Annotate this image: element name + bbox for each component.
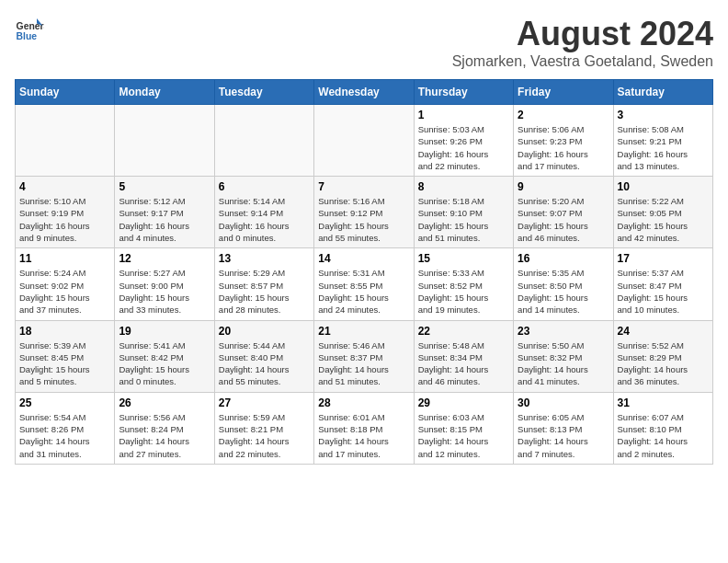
day-number: 6 [219,180,310,193]
day-number: 8 [418,180,509,193]
day-info: Sunrise: 5:03 AMSunset: 9:26 PMDaylight:… [418,123,509,172]
day-info: Sunrise: 6:03 AMSunset: 8:15 PMDaylight:… [418,411,509,460]
day-cell: 9Sunrise: 5:20 AMSunset: 9:07 PMDaylight… [514,177,613,248]
day-info: Sunrise: 5:56 AMSunset: 8:24 PMDaylight:… [119,411,210,460]
day-cell: 24Sunrise: 5:52 AMSunset: 8:29 PMDayligh… [613,320,712,392]
week-row-1: 1Sunrise: 5:03 AMSunset: 9:26 PMDaylight… [16,105,713,177]
day-info: Sunrise: 5:16 AMSunset: 9:12 PMDaylight:… [318,195,409,244]
day-cell: 13Sunrise: 5:29 AMSunset: 8:57 PMDayligh… [214,248,313,320]
day-number: 7 [318,180,409,193]
col-header-tuesday: Tuesday [214,80,313,105]
day-cell [314,105,414,177]
day-info: Sunrise: 5:50 AMSunset: 8:32 PMDaylight:… [518,339,609,388]
day-info: Sunrise: 5:22 AMSunset: 9:05 PMDaylight:… [618,195,709,244]
day-info: Sunrise: 5:52 AMSunset: 8:29 PMDaylight:… [618,339,709,388]
day-number: 20 [219,325,310,338]
day-info: Sunrise: 6:01 AMSunset: 8:18 PMDaylight:… [318,411,409,460]
day-number: 24 [618,325,709,338]
day-number: 4 [19,180,110,193]
week-row-2: 4Sunrise: 5:10 AMSunset: 9:19 PMDaylight… [16,177,713,248]
main-title: August 2024 [452,15,713,53]
day-number: 23 [518,325,609,338]
calendar-header: SundayMondayTuesdayWednesdayThursdayFrid… [16,80,713,105]
day-cell: 19Sunrise: 5:41 AMSunset: 8:42 PMDayligh… [115,320,214,392]
day-info: Sunrise: 5:48 AMSunset: 8:34 PMDaylight:… [418,339,509,388]
subtitle: Sjomarken, Vaestra Goetaland, Sweden [452,53,713,70]
day-info: Sunrise: 5:54 AMSunset: 8:26 PMDaylight:… [19,411,110,460]
day-info: Sunrise: 5:29 AMSunset: 8:57 PMDaylight:… [219,267,310,316]
col-header-friday: Friday [514,80,613,105]
calendar-table: SundayMondayTuesdayWednesdayThursdayFrid… [15,79,713,465]
day-cell: 2Sunrise: 5:06 AMSunset: 9:23 PMDaylight… [514,105,613,177]
day-cell: 3Sunrise: 5:08 AMSunset: 9:21 PMDaylight… [613,105,712,177]
day-cell: 7Sunrise: 5:16 AMSunset: 9:12 PMDaylight… [314,177,414,248]
day-info: Sunrise: 5:39 AMSunset: 8:45 PMDaylight:… [19,339,110,388]
day-info: Sunrise: 5:44 AMSunset: 8:40 PMDaylight:… [219,339,310,388]
day-info: Sunrise: 5:20 AMSunset: 9:07 PMDaylight:… [518,195,609,244]
day-cell: 6Sunrise: 5:14 AMSunset: 9:14 PMDaylight… [214,177,313,248]
day-number: 28 [318,396,409,409]
day-cell: 8Sunrise: 5:18 AMSunset: 9:10 PMDaylight… [414,177,513,248]
logo: General Blue [15,15,44,44]
day-cell: 15Sunrise: 5:33 AMSunset: 8:52 PMDayligh… [414,248,513,320]
day-info: Sunrise: 5:08 AMSunset: 9:21 PMDaylight:… [618,123,709,172]
day-cell: 28Sunrise: 6:01 AMSunset: 8:18 PMDayligh… [314,392,414,464]
day-number: 14 [318,252,409,265]
day-info: Sunrise: 5:27 AMSunset: 9:00 PMDaylight:… [119,267,210,316]
day-cell: 12Sunrise: 5:27 AMSunset: 9:00 PMDayligh… [115,248,214,320]
day-info: Sunrise: 6:05 AMSunset: 8:13 PMDaylight:… [518,411,609,460]
day-number: 31 [618,396,709,409]
col-header-sunday: Sunday [16,80,115,105]
day-cell: 11Sunrise: 5:24 AMSunset: 9:02 PMDayligh… [16,248,115,320]
day-number: 10 [618,180,709,193]
day-cell: 17Sunrise: 5:37 AMSunset: 8:47 PMDayligh… [613,248,712,320]
day-number: 17 [618,252,709,265]
day-number: 26 [119,396,210,409]
day-cell: 29Sunrise: 6:03 AMSunset: 8:15 PMDayligh… [414,392,513,464]
page-header: General Blue August 2024 Sjomarken, Vaes… [15,15,713,70]
day-number: 18 [19,325,110,338]
day-info: Sunrise: 5:14 AMSunset: 9:14 PMDaylight:… [219,195,310,244]
day-info: Sunrise: 5:33 AMSunset: 8:52 PMDaylight:… [418,267,509,316]
day-info: Sunrise: 5:24 AMSunset: 9:02 PMDaylight:… [19,267,110,316]
day-cell [115,105,214,177]
day-info: Sunrise: 5:06 AMSunset: 9:23 PMDaylight:… [518,123,609,172]
day-info: Sunrise: 5:18 AMSunset: 9:10 PMDaylight:… [418,195,509,244]
title-area: August 2024 Sjomarken, Vaestra Goetaland… [452,15,713,70]
day-cell: 1Sunrise: 5:03 AMSunset: 9:26 PMDaylight… [414,105,513,177]
day-cell: 4Sunrise: 5:10 AMSunset: 9:19 PMDaylight… [16,177,115,248]
day-number: 21 [318,325,409,338]
day-info: Sunrise: 5:37 AMSunset: 8:47 PMDaylight:… [618,267,709,316]
header-row: SundayMondayTuesdayWednesdayThursdayFrid… [16,80,713,105]
week-row-3: 11Sunrise: 5:24 AMSunset: 9:02 PMDayligh… [16,248,713,320]
day-cell [214,105,313,177]
day-cell: 23Sunrise: 5:50 AMSunset: 8:32 PMDayligh… [514,320,613,392]
day-cell: 25Sunrise: 5:54 AMSunset: 8:26 PMDayligh… [16,392,115,464]
day-cell: 30Sunrise: 6:05 AMSunset: 8:13 PMDayligh… [514,392,613,464]
day-number: 12 [119,252,210,265]
logo-icon: General Blue [15,15,44,44]
col-header-thursday: Thursday [414,80,513,105]
day-cell: 27Sunrise: 5:59 AMSunset: 8:21 PMDayligh… [214,392,313,464]
day-number: 22 [418,325,509,338]
col-header-saturday: Saturday [613,80,712,105]
day-cell: 20Sunrise: 5:44 AMSunset: 8:40 PMDayligh… [214,320,313,392]
week-row-5: 25Sunrise: 5:54 AMSunset: 8:26 PMDayligh… [16,392,713,464]
col-header-monday: Monday [115,80,214,105]
day-info: Sunrise: 5:41 AMSunset: 8:42 PMDaylight:… [119,339,210,388]
day-info: Sunrise: 5:35 AMSunset: 8:50 PMDaylight:… [518,267,609,316]
day-number: 5 [119,180,210,193]
day-number: 11 [19,252,110,265]
day-cell [16,105,115,177]
day-cell: 21Sunrise: 5:46 AMSunset: 8:37 PMDayligh… [314,320,414,392]
day-number: 30 [518,396,609,409]
day-number: 15 [418,252,509,265]
day-cell: 5Sunrise: 5:12 AMSunset: 9:17 PMDaylight… [115,177,214,248]
svg-text:Blue: Blue [17,31,38,41]
day-info: Sunrise: 5:12 AMSunset: 9:17 PMDaylight:… [119,195,210,244]
day-number: 1 [418,109,509,121]
calendar-body: 1Sunrise: 5:03 AMSunset: 9:26 PMDaylight… [16,105,713,465]
col-header-wednesday: Wednesday [314,80,414,105]
day-info: Sunrise: 5:46 AMSunset: 8:37 PMDaylight:… [318,339,409,388]
day-number: 27 [219,396,310,409]
